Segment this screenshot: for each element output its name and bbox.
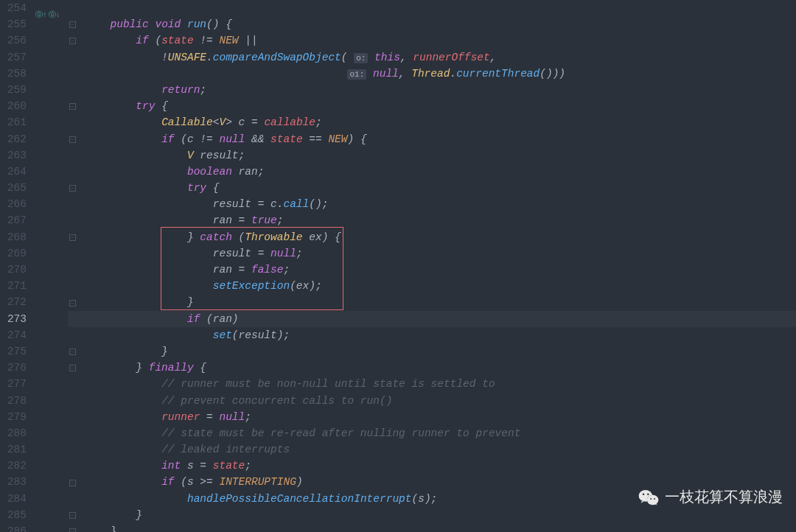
code-line[interactable]: ran = true; (78, 212, 796, 228)
fold-column: −−−−−−−−−−−− (68, 0, 78, 532)
code-line[interactable]: int s = state; (78, 458, 796, 474)
fold-marker-icon[interactable]: − (69, 136, 76, 143)
line-number: 271 (3, 278, 27, 294)
code-line[interactable]: // leaked interrupts (78, 441, 796, 458)
line-number: 286 (3, 523, 27, 532)
gutter-annotations: ⓪↑ ⓪↓ (32, 0, 68, 532)
fold-marker-icon[interactable]: − (69, 512, 76, 519)
line-number: 276 (3, 360, 27, 376)
line-number: 275 (3, 343, 27, 360)
code-line[interactable]: if (ran) (78, 311, 796, 327)
line-number: 272 (3, 294, 27, 310)
line-number-gutter: 2542552562572582592602612622632642652662… (0, 0, 32, 532)
line-number: 283 (3, 474, 27, 490)
code-line[interactable]: boolean ran; (78, 164, 796, 180)
param-hint-badge: o1: (347, 69, 366, 80)
line-number: 266 (3, 196, 27, 212)
code-line[interactable] (78, 0, 796, 16)
line-number: 284 (3, 491, 27, 507)
fold-marker-icon[interactable]: − (69, 480, 76, 486)
code-line[interactable]: return; (78, 82, 796, 98)
fold-marker-icon[interactable]: − (69, 21, 76, 28)
code-line[interactable]: } (78, 507, 796, 523)
line-number: 267 (3, 212, 27, 228)
code-line[interactable]: try { (78, 180, 796, 196)
fold-marker-icon[interactable]: − (69, 300, 76, 307)
line-number: 255 (3, 16, 27, 32)
line-number: 262 (3, 131, 27, 147)
line-number: 277 (3, 376, 27, 392)
wechat-icon (638, 489, 659, 506)
param-hint-badge: o: (354, 53, 368, 63)
svg-point-10 (654, 498, 655, 500)
svg-point-7 (643, 493, 645, 495)
code-line[interactable]: public void run() { (78, 16, 796, 32)
code-line[interactable]: } (78, 294, 796, 310)
code-line[interactable]: ran = false; (78, 262, 796, 278)
line-number: 281 (3, 441, 27, 458)
override-down-icon[interactable]: ⓪↓ (49, 10, 60, 20)
code-editor: 2542552562572582592602612622632642652662… (0, 0, 796, 532)
code-line[interactable]: if (c != null && state == NEW) { (78, 131, 796, 147)
line-number: 258 (3, 66, 27, 82)
code-line[interactable]: } (78, 523, 796, 532)
code-line[interactable]: V result; (78, 147, 796, 164)
svg-point-6 (647, 494, 658, 504)
code-line[interactable]: // state must be re-read after nulling r… (78, 425, 796, 441)
svg-point-8 (647, 493, 649, 495)
code-area[interactable]: public void run() { if (state != NEW || … (78, 0, 796, 532)
fold-marker-icon[interactable]: − (69, 349, 76, 355)
code-line[interactable]: if (state != NEW || (78, 32, 796, 49)
code-line[interactable]: !UNSAFE.compareAndSwapObject( o: this, r… (78, 49, 796, 66)
code-line[interactable]: } (78, 343, 796, 360)
line-number: 285 (3, 507, 27, 523)
override-up-icon[interactable]: ⓪↑ (35, 10, 47, 20)
code-line[interactable]: runner = null; (78, 409, 796, 425)
line-number: 259 (3, 82, 27, 98)
fold-marker-icon[interactable]: − (69, 365, 76, 371)
line-number: 261 (3, 114, 27, 130)
code-line[interactable]: } catch (Throwable ex) { (78, 229, 796, 245)
line-number: 278 (3, 393, 27, 409)
code-line[interactable]: // prevent concurrent calls to run() (78, 393, 796, 409)
line-number: 265 (3, 180, 27, 196)
fold-marker-icon[interactable]: − (69, 234, 76, 241)
line-number: 264 (3, 164, 27, 180)
svg-point-9 (650, 498, 652, 500)
code-line[interactable]: try { (78, 98, 796, 114)
watermark: 一枝花算不算浪漫 (638, 487, 783, 507)
line-number: 280 (3, 425, 27, 441)
code-line[interactable]: set(result); (78, 327, 796, 343)
fold-marker-icon[interactable]: − (69, 185, 76, 192)
line-number: 256 (3, 32, 27, 49)
line-number: 269 (3, 245, 27, 262)
line-number: 263 (3, 147, 27, 164)
code-line[interactable]: } finally { (78, 360, 796, 376)
line-number: 273 (3, 311, 27, 327)
line-number: 274 (3, 327, 27, 343)
fold-marker-icon[interactable]: − (69, 528, 76, 532)
line-number: 270 (3, 262, 27, 278)
line-number: 268 (3, 229, 27, 245)
watermark-text: 一枝花算不算浪漫 (665, 487, 783, 507)
line-number: 279 (3, 409, 27, 425)
code-line[interactable]: result = c.call(); (78, 196, 796, 212)
fold-marker-icon[interactable]: − (69, 38, 76, 44)
line-number: 257 (3, 49, 27, 66)
line-number: 282 (3, 458, 27, 474)
code-line[interactable]: Callable<V> c = callable; (78, 114, 796, 130)
code-line[interactable]: setException(ex); (78, 278, 796, 294)
line-number: 260 (3, 98, 27, 114)
code-line[interactable]: result = null; (78, 245, 796, 262)
fold-marker-icon[interactable]: − (69, 103, 76, 110)
line-number: 254 (3, 0, 27, 16)
code-line[interactable]: // runner must be non-null until state i… (78, 376, 796, 392)
code-line[interactable]: o1: null, Thread.currentThread())) (78, 66, 796, 82)
